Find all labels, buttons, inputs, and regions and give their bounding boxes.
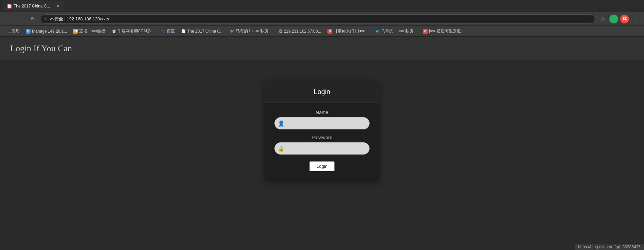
manage-favicon: V	[26, 29, 31, 34]
name-input-wrapper: 👤	[274, 117, 370, 129]
tab-label: The 2017 China C...	[14, 4, 50, 8]
bookmark-niaoge2[interactable]: 🐦 鸟哥的 Linux 私房...	[372, 27, 419, 35]
browser-titlebar: 📄 The 2017 China C... ✕	[0, 0, 644, 12]
tab-close-button[interactable]: ✕	[56, 4, 60, 8]
niaoge1-favicon: 🐦	[230, 29, 234, 34]
login-card-body: Name 👤 Password 🔒 Login	[264, 103, 380, 181]
menu-button[interactable]: ⋮	[631, 14, 641, 24]
bookmark-niaoge2-label: 鸟哥的 Linux 私房...	[381, 28, 417, 34]
bookmarks-bar: ⋮⋮ 应用 V Manage 149.28.1... BT 宝塔Linux面板 …	[0, 26, 644, 37]
bookmark-niaoge1[interactable]: 🐦 鸟哥的 Linux 私房...	[227, 27, 274, 35]
name-input[interactable]	[274, 117, 370, 129]
name-label: Name	[274, 110, 370, 115]
java-aliyun-favicon: C	[423, 29, 428, 34]
status-bar: https://blog.csdn.net/qq_36386435	[575, 244, 644, 250]
bookmark-java-aliyun-label: java搭建阿里云服...	[429, 28, 464, 34]
baota-favicon: BT	[73, 29, 78, 34]
page-header: Login If You Can	[0, 37, 644, 61]
bookmark-java-intro-label: 【带你入门】java...	[334, 28, 369, 34]
bookmark-219-label: 219.231.162.67:80...	[284, 29, 321, 34]
address-bar-wrapper: ⚠	[40, 14, 595, 24]
bookmark-java-intro[interactable]: N 【带你入门】java...	[325, 27, 372, 35]
niaoge2-favicon: 🐦	[375, 29, 380, 34]
bookmark-niaoge1-label: 鸟哥的 Linux 私房...	[236, 28, 271, 34]
password-input-wrapper: 🔒	[274, 142, 370, 155]
bookmark-apps-label: 应用	[12, 28, 20, 34]
bookmark-apps[interactable]: ⋮⋮ 应用	[3, 27, 22, 35]
page-content: Login If You Can Login Name 👤 Password �	[0, 37, 644, 250]
browser-frame: 📄 The 2017 China C... ✕ ← → ↻ ⚠ ☆ 珑 ⋮ ⋮⋮	[0, 0, 644, 37]
bookmark-java-aliyun[interactable]: C java搭建阿里云服...	[420, 27, 467, 35]
lock-icon: 🔒	[278, 145, 285, 152]
java-intro-favicon: N	[327, 29, 332, 34]
name-form-group: Name 👤	[274, 110, 370, 129]
bookmark-baota[interactable]: BT 宝塔Linux面板	[70, 27, 108, 35]
bookmark-2017china-label: The 2017 China C...	[187, 29, 223, 34]
page-title: Login If You Can	[10, 43, 634, 54]
insecure-lock-icon: ⚠	[43, 17, 47, 21]
toolbar-icons: ☆ 珑 ⋮	[598, 14, 641, 24]
bookmark-baidu[interactable]: 🐾 百度	[158, 27, 178, 35]
password-input[interactable]	[274, 142, 370, 155]
browser-toolbar: ← → ↻ ⚠ ☆ 珑 ⋮	[0, 12, 644, 26]
status-url: https://blog.csdn.net/qq_36386435	[578, 245, 641, 249]
page-main: Login Name 👤 Password 🔒	[0, 61, 644, 202]
bookmark-baidu-label: 百度	[167, 28, 175, 34]
profile-green-circle	[609, 15, 618, 23]
active-tab[interactable]: 📄 The 2017 China C... ✕	[3, 1, 64, 11]
reload-button[interactable]: ↻	[28, 14, 37, 24]
svg-point-0	[611, 17, 616, 21]
apps-icon: ⋮⋮	[5, 29, 10, 34]
login-card: Login Name 👤 Password 🔒	[264, 81, 380, 181]
bookmark-niuke[interactable]: 🐮 牛客网暑期ACM多...	[109, 27, 157, 35]
baidu-favicon: 🐾	[161, 29, 165, 34]
bookmark-219[interactable]: 🖼 219.231.162.67:80...	[275, 28, 324, 35]
password-form-group: Password 🔒	[274, 135, 370, 155]
login-button[interactable]: Login	[309, 161, 335, 171]
bookmark-2017china[interactable]: 📄 The 2017 China C...	[178, 28, 226, 35]
login-btn-wrapper: Login	[274, 161, 370, 171]
user-icon: 👤	[278, 120, 285, 127]
tab-favicon: 📄	[7, 4, 12, 8]
forward-button[interactable]: →	[16, 14, 25, 24]
profile-avatar[interactable]: 珑	[620, 15, 629, 23]
address-bar[interactable]	[40, 14, 595, 24]
login-card-title: Login	[271, 88, 373, 96]
password-label: Password	[274, 135, 370, 140]
china-favicon: 📄	[181, 29, 186, 34]
bookmark-baota-label: 宝塔Linux面板	[79, 28, 105, 34]
bookmark-manage-label: Manage 149.28.1...	[32, 29, 67, 34]
back-button[interactable]: ←	[3, 14, 13, 24]
bookmark-star-button[interactable]: ☆	[598, 14, 607, 24]
bookmark-manage[interactable]: V Manage 149.28.1...	[23, 28, 70, 35]
bookmark-niuke-label: 牛客网暑期ACM多...	[118, 28, 155, 34]
niuke-favicon: 🐮	[111, 29, 116, 34]
219-favicon: 🖼	[278, 29, 283, 34]
login-card-header: Login	[264, 81, 380, 103]
